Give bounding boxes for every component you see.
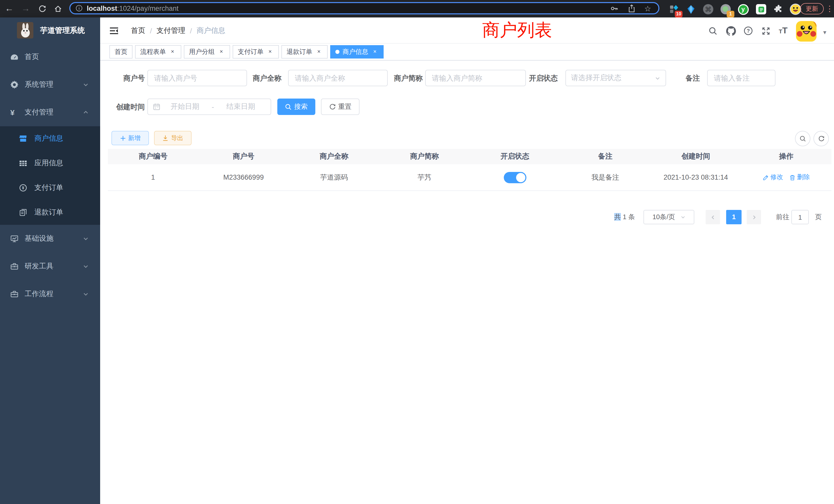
chevron-down-icon (83, 235, 89, 242)
tab-user-group[interactable]: 用户分组 × (184, 45, 230, 59)
home-icon (54, 5, 62, 13)
prev-page-button[interactable] (706, 210, 720, 224)
user-avatar[interactable] (796, 21, 816, 42)
github-link-button[interactable] (723, 18, 739, 44)
create-time-label: 创建时间 (110, 98, 145, 115)
fullscreen-button[interactable] (758, 18, 773, 44)
profile-avatar-emoji[interactable] (790, 4, 801, 15)
extension-tabs-icon[interactable]: 10 (668, 4, 679, 15)
avatar-caret-icon[interactable]: ▾ (823, 29, 826, 36)
extensions-puzzle-icon[interactable] (773, 4, 784, 15)
goto-page-input[interactable] (791, 210, 809, 224)
tab-label: 首页 (114, 47, 127, 56)
status-label: 开启状态 (528, 70, 558, 86)
sidebar-item-app-info[interactable]: 应用信息 (0, 151, 100, 176)
tab-home[interactable]: 首页 (109, 45, 132, 59)
full-name-input[interactable] (288, 70, 388, 86)
extension-status-icon[interactable]: 1 (720, 4, 731, 15)
github-icon (726, 26, 736, 36)
sidebar-item-dev-tools[interactable]: 研发工具 (0, 253, 100, 280)
close-icon[interactable]: × (315, 48, 323, 55)
plus-icon (120, 135, 126, 141)
font-size-button[interactable]: TT (774, 18, 792, 44)
goto-label: 前往 (776, 210, 789, 224)
cell-actions: 修改 删除 (741, 173, 831, 182)
breadcrumb-home[interactable]: 首页 (131, 26, 145, 36)
avatar-image (796, 21, 816, 42)
browser-forward-button[interactable]: → (19, 0, 32, 18)
sidebar-item-refund-order[interactable]: 退款订单 (0, 200, 100, 225)
extension-gem-icon[interactable] (685, 4, 696, 15)
sidebar-logo-row[interactable]: 芋道管理系统 (0, 18, 100, 43)
cell-short-name: 芋艿 (379, 173, 470, 182)
merchant-no-input[interactable] (147, 70, 247, 86)
search-button[interactable]: 搜索 (277, 98, 315, 115)
help-button[interactable]: ? (741, 18, 756, 44)
sidebar-item-workflow[interactable]: 工作流程 (0, 280, 100, 308)
extension-command-icon[interactable]: ⌘ (703, 4, 714, 15)
browser-back-button[interactable]: ← (3, 0, 16, 18)
extension-note-icon[interactable] (755, 4, 767, 15)
browser-home-button[interactable] (51, 0, 65, 18)
bookmark-star-icon[interactable]: ☆ (644, 4, 651, 12)
toggle-search-button[interactable] (795, 131, 810, 146)
goto-unit-label: 页 (815, 210, 822, 224)
browser-reload-button[interactable] (36, 0, 49, 18)
export-button[interactable]: 导出 (154, 131, 192, 145)
page-number-button[interactable]: 1 (726, 210, 742, 224)
sidebar-item-merchant-info[interactable]: 商户信息 (0, 126, 100, 151)
tab-pay-order[interactable]: 支付订单 × (233, 45, 279, 59)
reset-button[interactable]: 重置 (321, 98, 359, 115)
create-time-range-picker[interactable]: 开始日期 - 结束日期 (147, 98, 271, 115)
sidebar-item-home[interactable]: 首页 (0, 43, 100, 71)
tab-label: 支付订单 (238, 47, 263, 56)
sidebar-item-label: 基础设施 (25, 225, 53, 253)
breadcrumb-current: 商户信息 (197, 26, 225, 36)
tab-merchant-info[interactable]: 商户信息 × (330, 45, 383, 59)
page-size-select[interactable]: 10条/页 (643, 210, 694, 224)
refresh-table-button[interactable] (813, 131, 829, 146)
edit-link[interactable]: 修改 (763, 173, 783, 182)
search-icon (799, 135, 806, 142)
table-header: 商户号 (198, 152, 289, 161)
close-icon[interactable]: × (218, 48, 225, 55)
share-icon[interactable] (627, 4, 636, 13)
status-toggle[interactable] (504, 172, 526, 183)
breadcrumb-payment[interactable]: 支付管理 (157, 26, 185, 36)
tab-refund-order[interactable]: 退款订单 × (281, 45, 328, 59)
sidebar-collapse-button[interactable] (106, 18, 122, 44)
sidebar-item-pay-order[interactable]: ¥ 支付订单 (0, 176, 100, 200)
tab-label: 商户信息 (343, 47, 368, 56)
sidebar-item-infrastructure[interactable]: 基础设施 (0, 225, 100, 253)
extension-y-icon[interactable]: y (738, 4, 749, 15)
extension-badge: 10 (675, 11, 682, 18)
header-search-button[interactable] (705, 18, 721, 44)
url-bar[interactable]: localhost:1024/pay/merchant ☆ (69, 2, 659, 14)
table-header: 商户简称 (379, 152, 470, 161)
fullscreen-icon (761, 26, 770, 35)
close-icon[interactable]: × (371, 48, 378, 55)
status-select[interactable]: 请选择开启状态 (565, 70, 666, 86)
text-size-icon: TT (779, 26, 788, 36)
remark-input[interactable] (707, 70, 775, 86)
sidebar-item-system[interactable]: 系统管理 (0, 71, 100, 98)
sidebar-item-payment[interactable]: ¥ 支付管理 (0, 98, 100, 126)
tab-process-form[interactable]: 流程表单 × (135, 45, 181, 59)
sidebar-item-label: 首页 (25, 43, 39, 71)
site-info-icon[interactable] (75, 5, 83, 12)
delete-link[interactable]: 删除 (789, 173, 810, 182)
add-button[interactable]: 新增 (111, 131, 149, 145)
short-name-input[interactable] (425, 70, 526, 86)
close-icon[interactable]: × (169, 48, 176, 55)
remark-label: 备注 (681, 70, 700, 86)
password-key-icon[interactable] (610, 4, 619, 13)
refresh-icon (818, 135, 825, 142)
browser-update-button[interactable]: 更新 (800, 3, 824, 14)
browser-menu-button[interactable]: ⋮ (826, 3, 833, 14)
svg-text:¥: ¥ (22, 186, 24, 190)
tab-label: 流程表单 (140, 47, 166, 56)
dashboard-icon (10, 53, 19, 61)
next-page-button[interactable] (747, 210, 761, 224)
main-content: 首页 / 支付管理 / 商户信息 ? (100, 18, 834, 504)
close-icon[interactable]: × (266, 48, 274, 55)
